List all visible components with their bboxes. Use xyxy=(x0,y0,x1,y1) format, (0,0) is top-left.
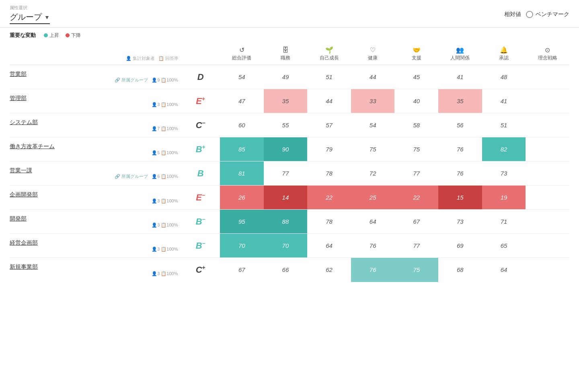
score-cell: 76 xyxy=(438,137,482,161)
row-name-link[interactable]: 経営企画部 xyxy=(10,239,38,246)
score-cell: 57 xyxy=(307,113,351,137)
table-row: 新規事業部👤3 📋100%C+67666276756864 xyxy=(10,258,569,282)
grade-sup: − xyxy=(202,192,205,198)
score-cell: 79 xyxy=(307,137,351,161)
group-tag-icon: 🔗 xyxy=(115,174,120,179)
col-label-job: 職務 xyxy=(281,55,290,61)
grade-value: D xyxy=(197,72,204,82)
score-cell: 51 xyxy=(482,113,526,137)
score-cell: 33 xyxy=(351,89,395,113)
score-cell: 69 xyxy=(438,234,482,258)
table-row: システム部👤7 📋100%C−60555754585651 xyxy=(10,113,569,137)
row-name-link[interactable]: 働き方改革チーム xyxy=(10,143,55,149)
table-row: 営業部🔗所属グループ 👤9 📋100%D54495144454148 xyxy=(10,65,569,89)
col-header-relations: 👥 人間関係 xyxy=(438,43,482,65)
score-cell: 76 xyxy=(351,234,395,258)
score-cell: 35 xyxy=(438,89,482,113)
score-cell: 75 xyxy=(394,258,438,282)
row-name-cell: 管理部 xyxy=(10,89,97,113)
score-cell: 19 xyxy=(482,186,526,210)
col-header-growth: 🌱 自己成長 xyxy=(307,43,351,65)
down-dot-icon xyxy=(66,33,70,37)
row-name-cell: 新規事業部 xyxy=(10,258,97,282)
row-name-cell: システム部 xyxy=(10,113,97,137)
score-cell: 75 xyxy=(351,137,395,161)
grade-value: C+ xyxy=(196,265,205,275)
col-label-general: 総合評価 xyxy=(232,55,251,61)
table-row: 経営企画部👤3 📋100%B−70706476776965 xyxy=(10,234,569,258)
row-name-cell: 企画開発部 xyxy=(10,186,97,210)
score-cell: 22 xyxy=(394,186,438,210)
grade-value: B− xyxy=(196,216,205,227)
people-count: 👤3 xyxy=(152,247,160,251)
grade-value: B+ xyxy=(196,144,205,154)
score-cell: 60 xyxy=(220,113,264,137)
row-name-link[interactable]: システム部 xyxy=(10,119,38,125)
score-cell: 76 xyxy=(438,161,482,186)
row-meta-cell: 👤3 📋100% xyxy=(97,258,181,282)
benchmark-label: ベンチマーク xyxy=(536,11,569,18)
response-rate: 📋100% xyxy=(161,223,178,227)
row-name-link[interactable]: 企画開発部 xyxy=(10,191,38,198)
score-cell: 55 xyxy=(264,113,308,137)
score-cell: 54 xyxy=(220,65,264,89)
score-cell: 54 xyxy=(351,113,395,137)
grade-sup: + xyxy=(202,264,205,271)
row-name-link[interactable]: 新規事業部 xyxy=(10,263,38,270)
row-grade-cell: C− xyxy=(181,113,220,137)
col-label-approval: 承認 xyxy=(499,55,509,61)
people-count: 👤6 xyxy=(152,174,160,179)
score-cell: 78 xyxy=(307,161,351,186)
row-meta-cell: 👤7 📋100% xyxy=(97,113,181,137)
row-grade-cell: B− xyxy=(181,210,220,234)
support-icon: 🤝 xyxy=(397,46,436,54)
response-rate: 📋100% xyxy=(161,271,178,276)
benchmark-radio[interactable]: ベンチマーク xyxy=(526,11,569,18)
score-cell: 70 xyxy=(220,234,264,258)
relations-icon: 👥 xyxy=(441,46,480,54)
row-grade-cell: B− xyxy=(181,234,220,258)
row-grade-cell: C+ xyxy=(181,258,220,282)
data-table: 👤 集計対象者 📋 回答率 ↺ 総合評価 🗄 職務 🌱 自己成長 ♡ xyxy=(10,43,569,282)
row-meta-cell: 🔗所属グループ 👤6 📋100% xyxy=(97,161,181,186)
score-cell: 22 xyxy=(307,186,351,210)
score-cell: 77 xyxy=(264,161,308,186)
response-rate: 📋100% xyxy=(161,174,178,179)
down-label: 下降 xyxy=(71,32,81,39)
col-label-relations: 人間関係 xyxy=(450,55,470,61)
row-meta-cell: 👤3 📋100% xyxy=(97,89,181,113)
score-cell: 75 xyxy=(394,137,438,161)
col-header-meta: 👤 集計対象者 📋 回答率 xyxy=(97,43,181,65)
score-cell: 70 xyxy=(264,234,308,258)
score-cell: 85 xyxy=(220,137,264,161)
score-cell: 51 xyxy=(307,65,351,89)
chevron-down-icon: ▼ xyxy=(44,14,50,20)
score-cell: 44 xyxy=(307,89,351,113)
relative-value-button[interactable]: 相対値 xyxy=(504,11,521,18)
benchmark-radio-circle[interactable] xyxy=(526,11,533,18)
score-cell: 71 xyxy=(482,210,526,234)
col-header-grade xyxy=(181,43,220,65)
score-cell: 78 xyxy=(307,210,351,234)
grade-sup: − xyxy=(202,216,205,223)
score-cell: 58 xyxy=(394,113,438,137)
score-cell: 73 xyxy=(482,161,526,186)
response-rate: 📋100% xyxy=(161,78,178,82)
row-name-link[interactable]: 管理部 xyxy=(10,95,27,101)
col-label-health: 健康 xyxy=(368,55,378,61)
table-row: 営業一課🔗所属グループ 👤6 📋100%B81777872777673 xyxy=(10,161,569,186)
row-name-link[interactable]: 開発部 xyxy=(10,215,27,222)
row-meta-cell: 👤3 📋100% xyxy=(97,210,181,234)
group-label: グループ xyxy=(10,12,42,22)
row-name-link[interactable]: 営業部 xyxy=(10,71,27,77)
group-select-dropdown[interactable]: グループ ▼ xyxy=(10,12,50,24)
health-icon: ♡ xyxy=(353,46,392,54)
row-name-link[interactable]: 営業一課 xyxy=(10,167,32,174)
response-rate: 📋100% xyxy=(161,126,178,131)
score-cell: 64 xyxy=(482,258,526,282)
score-cell: 64 xyxy=(351,210,395,234)
people-count: 👤9 xyxy=(152,78,160,82)
score-cell: 15 xyxy=(438,186,482,210)
grade-sup: − xyxy=(202,120,205,126)
grade-sup: + xyxy=(202,144,205,150)
